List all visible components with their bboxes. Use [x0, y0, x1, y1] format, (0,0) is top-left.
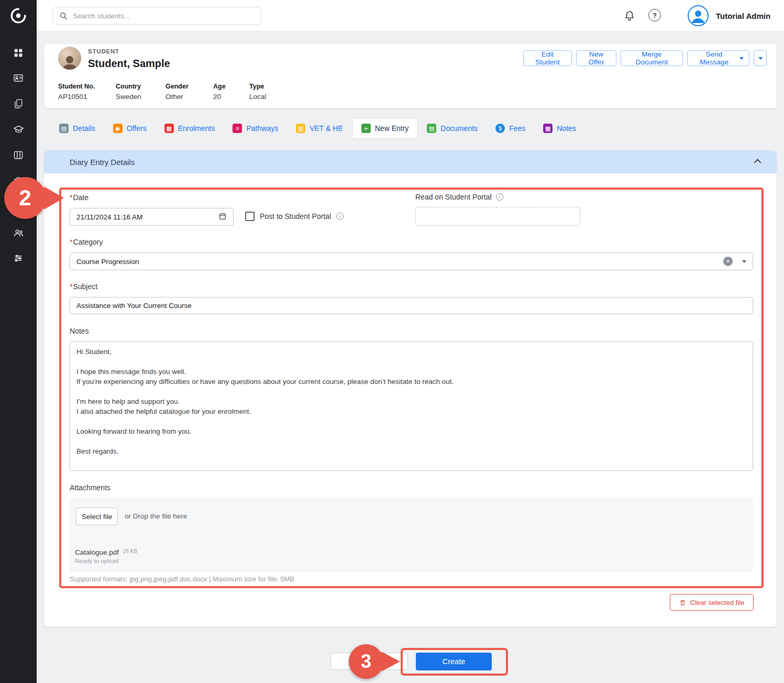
file-status: Ready to upload — [75, 558, 137, 564]
post-to-portal-checkbox[interactable] — [245, 212, 255, 221]
file-drop-zone[interactable]: Select file or Drop the file here Catalo… — [70, 498, 753, 572]
page: ? Tutorial Admin — [0, 0, 784, 683]
summary-type: Type Local — [249, 83, 266, 101]
more-actions-dropdown-button[interactable] — [754, 50, 767, 66]
date-label: Date — [70, 193, 89, 202]
panel-header: Diary Entry Details — [44, 150, 777, 173]
info-icon — [496, 193, 503, 201]
tab-enrolments[interactable]: Enrolments — [156, 118, 224, 139]
merge-document-button[interactable]: Merge Document — [621, 50, 683, 66]
student-header-card: STUDENT Student, Sample Edit Student New… — [44, 44, 777, 108]
reports-icon[interactable] — [0, 145, 37, 166]
notifications-bell-icon[interactable] — [623, 9, 636, 24]
clear-selected-file-button[interactable]: Clear selected file — [670, 594, 754, 611]
new-entry-icon — [361, 124, 371, 133]
summary-student-no: Student No. AP10501 — [58, 83, 95, 101]
calendar-icon[interactable] — [218, 212, 227, 222]
pathways-icon — [233, 124, 242, 133]
search-input[interactable] — [73, 12, 255, 20]
post-to-portal-row: Post to Student Portal — [245, 212, 344, 221]
category-label: Category — [70, 238, 103, 246]
documents-icon[interactable] — [0, 93, 37, 114]
formats-note: Supported formats: jpg,png,jpeg,pdf,doc,… — [70, 575, 294, 583]
chevron-down-icon — [739, 57, 744, 60]
clear-category-icon[interactable] — [723, 257, 733, 266]
create-button[interactable]: Create — [416, 653, 492, 670]
date-input[interactable]: 21/11/2024 11:16 AM — [70, 208, 234, 226]
new-offer-button[interactable]: New Offer — [576, 50, 616, 66]
tab-pathways[interactable]: Pathways — [224, 118, 287, 139]
file-name: Catalogue.pdf — [75, 548, 119, 556]
offers-icon — [113, 124, 123, 133]
post-to-portal-label: Post to Student Portal — [260, 212, 331, 221]
user-name: Tutorial Admin — [716, 0, 770, 31]
tab-fees[interactable]: Fees — [487, 118, 534, 139]
settings-sliders-icon[interactable] — [0, 248, 37, 269]
chevron-down-icon[interactable] — [742, 260, 746, 263]
edit-student-button[interactable]: Edit Student — [523, 50, 572, 66]
subject-value: Assistance with Your Current Course — [76, 302, 192, 310]
summary-age: Age 20 — [213, 83, 226, 101]
send-message-button[interactable]: Send Message — [687, 50, 749, 66]
community-icon[interactable] — [0, 222, 37, 243]
summary-gender: Gender Other — [165, 83, 189, 101]
date-value: 21/11/2024 11:16 AM — [76, 213, 142, 221]
student-tabs: Details Offers Enrolments Pathways VET &… — [50, 117, 585, 139]
collapse-chevron-icon[interactable] — [754, 159, 761, 166]
search-box[interactable] — [52, 7, 262, 25]
file-size: 26 KB — [123, 548, 137, 554]
tab-vet-he[interactable]: VET & HE — [287, 118, 352, 139]
read-on-portal-label: Read on Student Portal — [415, 193, 492, 201]
subject-label: Subject — [70, 282, 97, 291]
app-logo[interactable] — [0, 0, 37, 31]
contacts-icon[interactable] — [0, 68, 37, 89]
briefcase-icon[interactable] — [0, 170, 37, 191]
tab-documents[interactable]: Documents — [418, 118, 487, 139]
search-icon — [59, 12, 68, 20]
user-avatar[interactable] — [688, 5, 709, 28]
enrolments-icon — [164, 124, 174, 133]
topbar: ? Tutorial Admin — [37, 0, 784, 31]
help-icon[interactable]: ? — [648, 9, 661, 21]
tab-offers[interactable]: Offers — [104, 118, 156, 139]
documents-tab-icon — [427, 124, 436, 133]
tab-notes[interactable]: Notes — [534, 118, 585, 139]
tab-details[interactable]: Details — [50, 118, 104, 139]
courses-icon[interactable] — [0, 119, 37, 140]
attachments-label: Attachments — [70, 483, 111, 492]
student-name: Student, Sample — [88, 58, 170, 70]
notes-textarea[interactable]: Hi Student, I hope this message finds yo… — [70, 342, 753, 471]
select-file-button[interactable]: Select file — [76, 508, 118, 525]
tab-new-entry[interactable]: New Entry — [352, 118, 418, 139]
read-on-portal-field — [415, 207, 580, 226]
read-on-portal-row: Read on Student Portal — [415, 193, 503, 201]
details-icon — [59, 124, 69, 133]
trash-icon — [679, 599, 686, 606]
record-kind-label: STUDENT — [88, 48, 119, 54]
summary-country: Country Sweden — [116, 83, 141, 101]
subject-input[interactable]: Assistance with Your Current Course — [70, 297, 753, 314]
student-avatar — [58, 47, 81, 70]
cancel-button[interactable] — [330, 653, 408, 670]
vet-he-icon — [296, 124, 305, 133]
category-value: Course Progression — [76, 258, 139, 266]
sidebar — [0, 0, 37, 683]
info-icon — [336, 213, 344, 220]
dashboard-icon[interactable] — [0, 42, 37, 63]
chevron-down-icon — [758, 57, 763, 60]
send-message-label: Send Message — [693, 50, 735, 66]
drop-hint: or Drop the file here — [125, 512, 187, 520]
notes-label: Notes — [70, 327, 89, 335]
fees-icon — [495, 124, 505, 133]
category-select[interactable]: Course Progression — [70, 252, 753, 270]
panel-title: Diary Entry Details — [70, 158, 135, 167]
notes-icon — [543, 124, 553, 133]
attached-file-row: Catalogue.pdf 26 KB Ready to upload — [75, 548, 137, 564]
